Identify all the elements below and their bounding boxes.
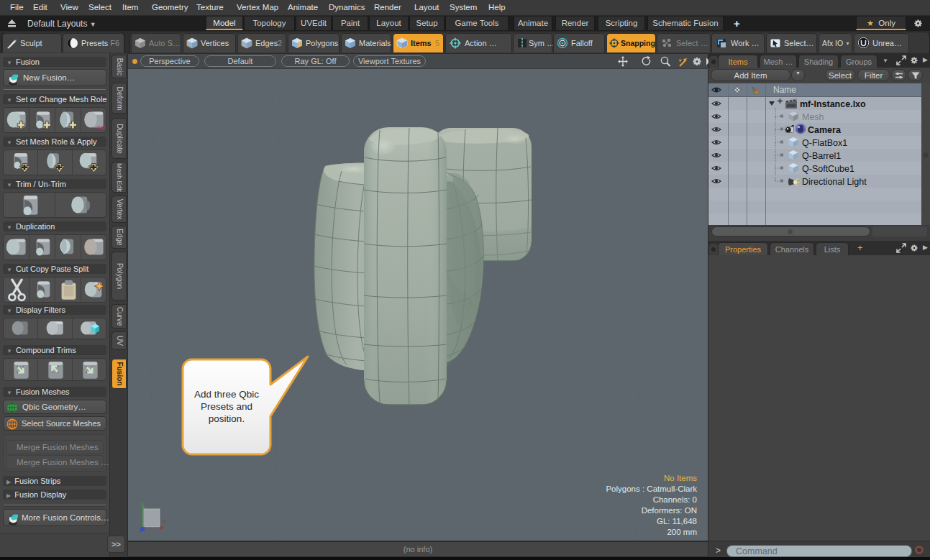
svg-text:mf-Instance.lxo: mf-Instance.lxo [800, 99, 866, 109]
svg-text:Channels: 0: Channels: 0 [653, 495, 697, 504]
svg-text:Q-SoftCube1: Q-SoftCube1 [802, 164, 854, 174]
svg-text:GL: 11,648: GL: 11,648 [657, 517, 697, 525]
svg-text:Presets and: Presets and [201, 401, 252, 412]
svg-text:Q-FlatBox1: Q-FlatBox1 [802, 138, 847, 148]
svg-text:Mesh: Mesh [802, 112, 824, 122]
svg-text:X: X [163, 518, 167, 525]
svg-text:Camera: Camera [808, 125, 842, 135]
svg-text:Name: Name [773, 85, 796, 95]
svg-text:No Items: No Items [664, 474, 697, 482]
svg-text:Add three Qbic: Add three Qbic [194, 389, 259, 400]
svg-text:200 mm: 200 mm [667, 528, 697, 536]
svg-text:position.: position. [209, 413, 245, 424]
svg-text:Q-Barrel1: Q-Barrel1 [802, 151, 841, 161]
svg-text:cop: cop [97, 124, 105, 130]
svg-text:Deformers: ON: Deformers: ON [642, 506, 697, 515]
svg-text:Directional Light: Directional Light [802, 177, 867, 187]
svg-text:Y: Y [140, 501, 145, 508]
svg-text:Polygons : Catmull-Clark: Polygons : Catmull-Clark [606, 485, 697, 493]
